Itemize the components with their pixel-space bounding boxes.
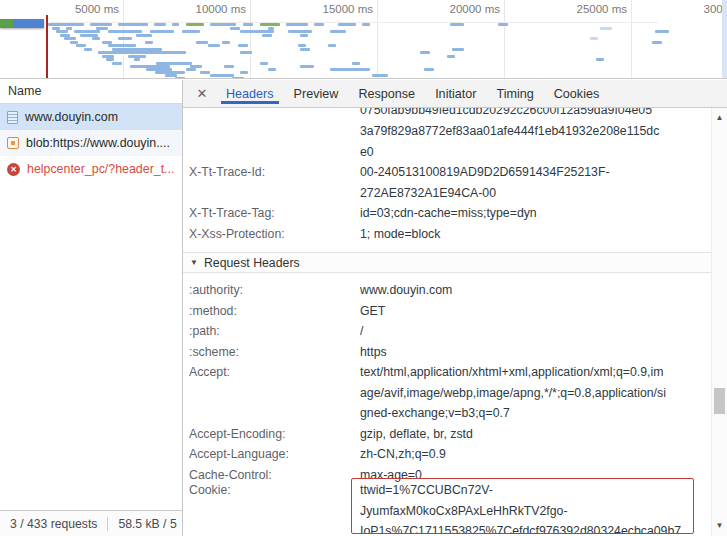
selected-bar-green-segment [0,19,13,28]
waterfall-bar [262,34,272,37]
header-value: www.douyin.com [360,280,703,301]
header-row: Accept-Encoding:gzip, deflate, br, zstd [189,424,711,445]
header-value: gzip, deflate, br, zstd [360,424,703,445]
timeline-tick-label: 20000 ms [449,3,504,15]
waterfall-bar [240,30,274,33]
waterfall-bar [150,30,174,33]
waterfall-bar [298,44,306,47]
tab-preview[interactable]: Preview [284,80,349,107]
request-details-pane: ✕ HeadersPreviewResponseInitiatorTimingC… [183,80,727,536]
waterfall-bar [200,71,210,74]
header-value-line: id=03;cdn-cache=miss;type=dyn [360,203,703,224]
waterfall-bar [92,37,100,40]
waterfall-bar [108,44,136,47]
header-row: :method:GET [189,301,711,322]
timeline-tick-label: 5000 ms [75,3,123,15]
waterfall-bar [652,41,662,44]
waterfall-bar [186,23,204,26]
header-value: https [360,342,703,363]
waterfall-bar [590,37,598,40]
waterfall-bar [134,58,140,61]
waterfall-bar [424,68,434,71]
header-name: :path: [189,321,360,342]
scrollbar-thumb[interactable] [714,388,725,414]
network-overview-timeline[interactable]: 5000 ms10000 ms15000 ms20000 ms25000 ms3… [0,0,727,79]
timeline-gridline [377,0,378,78]
header-value-line: IoP1s%7C1711553825%7Cefdcf976392d80324ec… [360,521,685,534]
waterfall-bar [56,30,68,33]
document-icon [7,111,18,124]
tab-cookies[interactable]: Cookies [544,80,610,107]
waterfall-bar [498,23,508,26]
request-name-label: blob:https://www.douyin.... [26,136,170,150]
header-value: GET [360,301,703,322]
header-value: / [360,321,703,342]
waterfall-bar [243,23,253,26]
header-value-line: 00-240513100819AD9D2D6591434F25213F- [360,162,703,183]
waterfall-bar [372,74,388,77]
timeline-gridline [250,0,251,78]
headers-content: 0750fab9bb49fed1cdb20292c26c00f12a59da9f… [183,108,711,536]
header-value: text/html,application/xhtml+xml,applicat… [360,362,703,424]
header-row: Cookie:ttwid=1%7CCUBCn72V-JyumfaxM0koCx8… [189,480,711,534]
tab-initiator[interactable]: Initiator [425,80,486,107]
close-icon[interactable]: ✕ [188,80,216,107]
header-value-line: 272AE8732A1E94CA-00 [360,183,703,204]
header-value-line: ttwid=1%7CCUBCn72V- [360,480,685,501]
request-headers-section-header[interactable]: ▼ Request Headers [183,252,711,273]
response-headers-list: X-Tt-Trace-Id:00-240513100819AD9D2D65914… [189,162,711,244]
tab-headers[interactable]: Headers [216,80,284,107]
overview-scrollbar[interactable] [722,0,727,78]
waterfall-bar [106,58,114,61]
waterfall-bar [300,65,314,68]
header-value-line: JyumfaxM0koCx8PAxLeHhRkTV2fgo- [360,501,685,522]
request-row[interactable]: helpcenter_pc/?header_t... [0,156,182,182]
waterfall-bar [300,34,308,37]
requests-count: 3 / 433 requests [0,517,107,531]
waterfall-bar [328,44,336,47]
devtools-network-panel: 5000 ms10000 ms15000 ms20000 ms25000 ms3… [0,0,727,536]
cookie-value-annotation-box: ttwid=1%7CCUBCn72V-JyumfaxM0koCx8PAxLeHh… [351,478,694,534]
header-name: :scheme: [189,342,360,363]
timeline-tick-label: 25000 ms [576,3,631,15]
header-value-line: gzip, deflate, br, zstd [360,424,703,445]
waterfall-bar [240,71,248,74]
header-row: :scheme:https [189,342,711,363]
selected-request-bar [0,19,44,28]
partial-value-line: 3a79f829a8772ef83aa01afe444f1eb41932e208… [360,121,703,142]
waterfall-bar [76,44,86,47]
request-row[interactable]: blob:https://www.douyin.... [0,130,182,156]
waterfall-bar [300,48,310,51]
tab-response[interactable]: Response [348,80,425,107]
error-icon [7,163,20,176]
load-event-line [46,15,48,79]
scroll-down-icon[interactable]: ▼ [712,521,727,530]
waterfall-bar [74,30,100,33]
waterfall-bar [154,23,166,26]
waterfall-bar [260,23,280,26]
header-row: X-Tt-Trace-Id:00-240513100819AD9D2D65914… [189,162,711,203]
waterfall-bar [600,27,612,30]
waterfall-bar [224,65,234,68]
waterfall-bar [182,30,200,33]
timeline-gridline [504,0,505,78]
header-value-line: www.douyin.com [360,280,703,301]
waterfall-bar [330,68,370,71]
waterfall-bar [447,55,455,58]
waterfall-bar [362,23,370,26]
timeline-gridline [631,0,632,78]
header-name: Accept: [189,362,360,424]
scroll-up-icon[interactable]: ▲ [712,113,727,122]
waterfall-bar [90,23,112,26]
header-value: 00-240513100819AD9D2D6591434F25213F-272A… [360,162,703,203]
request-row[interactable]: www.douyin.com [0,104,182,130]
vertical-scrollbar[interactable]: ▲ ▼ [711,108,727,536]
name-column-header[interactable]: Name [0,80,182,104]
collapse-triangle-icon: ▼ [190,253,198,273]
header-name: :method: [189,301,360,322]
request-name-label: helpcenter_pc/?header_t... [27,162,174,176]
tab-timing[interactable]: Timing [486,80,543,107]
timeline-tick-label: 15000 ms [322,3,377,15]
waterfall-bar [232,77,244,79]
header-row: :authority:www.douyin.com [189,280,711,301]
